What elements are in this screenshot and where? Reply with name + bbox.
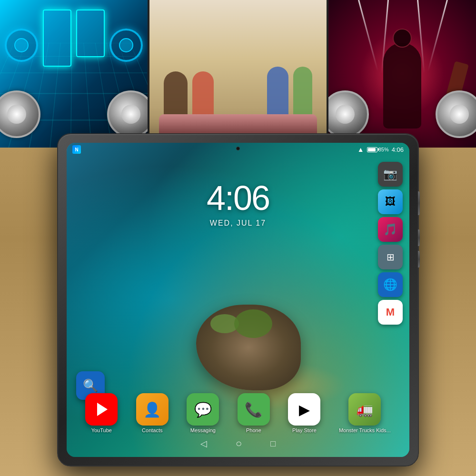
- phone-app[interactable]: 📞 Phone: [238, 393, 270, 433]
- person-4: [293, 67, 312, 119]
- status-bar: N ▲ 85% 4:06: [67, 143, 409, 156]
- right-sidebar-apps: 📷 🖼 🎵 ⊞ 🌐 M: [378, 162, 403, 325]
- clock-time: 4:06: [207, 181, 269, 215]
- volume-up-button[interactable]: [418, 229, 420, 246]
- battery-bar: [367, 147, 377, 152]
- power-button[interactable]: [418, 191, 420, 215]
- speaker-inner-2: [121, 105, 140, 124]
- battery-fill: [368, 148, 376, 151]
- guitarist-head: [393, 29, 412, 48]
- tron-circle-2: [109, 29, 143, 62]
- tron-person-2: [76, 10, 105, 57]
- youtube-play-icon: [97, 403, 108, 416]
- tron-circle-1: [5, 29, 38, 62]
- navigation-bar: ◁ ○ □: [67, 434, 409, 453]
- collage-center: 全景网 www.quanjing.com: [149, 0, 327, 148]
- top-collage: 全景网 www.quanjing.com: [0, 0, 476, 148]
- phone-label: Phone: [246, 427, 261, 433]
- messaging-icon[interactable]: 💬: [187, 393, 219, 426]
- back-button[interactable]: ◁: [200, 438, 207, 449]
- speaker-inner-4: [450, 105, 469, 124]
- family-scene: 全景网 www.quanjing.com: [149, 0, 327, 148]
- battery-percentage: 85%: [378, 147, 389, 152]
- playstore-app[interactable]: ▶ Play Store: [288, 393, 320, 433]
- gallery-app-icon[interactable]: 🖼: [378, 189, 403, 214]
- tron-person-1: [43, 10, 71, 67]
- recent-apps-button[interactable]: □: [270, 439, 276, 449]
- youtube-app[interactable]: YouTube: [85, 393, 118, 433]
- wifi-icon: ▲: [357, 146, 364, 153]
- all-apps-icon[interactable]: ⊞: [378, 245, 403, 269]
- speaker-inner-3: [336, 105, 355, 124]
- grid-icon: ⊞: [387, 251, 395, 263]
- collage-right: [328, 0, 476, 148]
- youtube-icon[interactable]: [85, 393, 118, 426]
- music-app-icon[interactable]: 🎵: [378, 217, 403, 242]
- volume-down-button[interactable]: [418, 251, 420, 268]
- home-button[interactable]: ○: [236, 437, 242, 450]
- music-icon: 🎵: [383, 223, 397, 236]
- playstore-label: Play Store: [292, 427, 317, 433]
- tablet-device: N ▲ 85% 4:06 4:06 WED, JUL 17 🔍: [57, 133, 419, 466]
- clock-display: 4:06 WED, JUL 17: [207, 181, 269, 228]
- browser-app-icon[interactable]: 🌐: [378, 272, 403, 297]
- tablet-screen: N ▲ 85% 4:06 4:06 WED, JUL 17 🔍: [67, 143, 409, 457]
- messaging-label: Messaging: [190, 427, 216, 433]
- gallery-icon: 🖼: [385, 196, 396, 208]
- contacts-app[interactable]: 👤 Contacts: [136, 393, 169, 433]
- contacts-person-icon: 👤: [143, 401, 161, 418]
- person-2: [192, 71, 214, 119]
- light-beam-1: [358, 0, 378, 71]
- light-beam-4: [427, 0, 448, 71]
- camera-app-icon[interactable]: 📷: [378, 162, 403, 187]
- speaker-inner-1: [7, 105, 26, 124]
- monster-trucks-label: Monster Trucks Kids...: [339, 427, 391, 433]
- status-right: ▲ 85% 4:06: [357, 146, 404, 153]
- battery-indicator: 85%: [367, 147, 389, 152]
- guitarist: [383, 43, 421, 129]
- playstore-triangle-icon: ▶: [299, 401, 310, 418]
- phone-handset-icon: 📞: [245, 401, 262, 418]
- collage-left: [0, 0, 148, 148]
- messaging-app[interactable]: 💬 Messaging: [187, 393, 219, 433]
- nfc-icon: N: [72, 145, 81, 154]
- monster-trucks-app[interactable]: 🚛 Monster Trucks Kids...: [339, 393, 391, 433]
- youtube-label: YouTube: [91, 427, 112, 433]
- bottom-dock: YouTube 👤 Contacts 💬 Messaging 📞: [76, 393, 400, 433]
- clock-date: WED, JUL 17: [207, 219, 269, 228]
- status-time: 4:06: [392, 146, 404, 153]
- gmail-icon: M: [386, 306, 395, 318]
- browser-icon: 🌐: [383, 278, 397, 291]
- contacts-icon[interactable]: 👤: [136, 393, 169, 426]
- camera-icon: 📷: [383, 168, 397, 181]
- monster-trucks-icon[interactable]: 🚛: [348, 393, 381, 426]
- nfc-label: N: [75, 147, 78, 152]
- phone-icon[interactable]: 📞: [238, 393, 270, 426]
- gmail-app-icon[interactable]: M: [378, 300, 403, 325]
- status-left: N: [72, 145, 81, 154]
- search-icon: 🔍: [83, 378, 98, 393]
- playstore-icon[interactable]: ▶: [288, 393, 320, 426]
- monster-truck-emoji-icon: 🚛: [357, 402, 373, 417]
- messaging-bubble-icon: 💬: [194, 401, 212, 418]
- contacts-label: Contacts: [142, 427, 162, 433]
